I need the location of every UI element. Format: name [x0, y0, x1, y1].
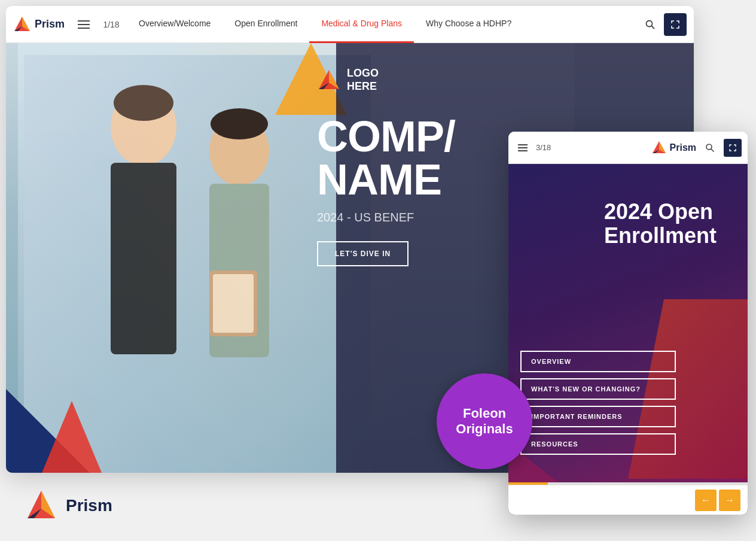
- open-enrollment-line2: Enrollment: [604, 223, 717, 248]
- main-prism-logo[interactable]: Prism: [13, 16, 65, 34]
- secondary-hamburger-button[interactable]: [514, 139, 531, 156]
- nav-bar: Overview/Welcome Open Enrollment Medical…: [127, 6, 634, 43]
- next-arrow-button[interactable]: →: [719, 490, 740, 511]
- page-counter: 1/18: [100, 20, 122, 29]
- search-icon: [645, 19, 656, 30]
- secondary-menu-buttons: OVERVIEW WHAT'S NEW OR CHANGING? IMPORTA…: [520, 351, 676, 455]
- lets-dive-in-button[interactable]: LET'S DIVE IN: [317, 241, 409, 266]
- logo-here-label: LOGO HERE: [347, 67, 379, 93]
- prev-arrow-button[interactable]: ←: [695, 490, 717, 511]
- next-arrow-icon: →: [725, 495, 734, 506]
- hamburger-menu-button[interactable]: [74, 15, 93, 34]
- bottom-logo: Prism: [24, 488, 112, 523]
- expand-button[interactable]: [664, 13, 687, 36]
- expand-icon: [671, 20, 679, 29]
- nav-overview[interactable]: Overview/Welcome: [127, 6, 222, 43]
- secondary-search-icon: [705, 143, 715, 153]
- secondary-browser-window: 3/18 Prism: [508, 132, 748, 515]
- nav-arrows-bar: ← →: [508, 485, 748, 515]
- secondary-logo-text: Prism: [670, 142, 696, 153]
- svg-point-8: [114, 85, 173, 121]
- bottom-prism-logo-icon: [24, 488, 59, 523]
- secondary-expand-button[interactable]: [724, 139, 742, 157]
- menu-button-whats-new[interactable]: WHAT'S NEW OR CHANGING?: [520, 378, 676, 400]
- secondary-search-button[interactable]: [701, 139, 719, 157]
- menu-button-reminders[interactable]: IMPORTANT REMINDERS: [520, 406, 676, 427]
- company-subtitle: 2024 - US BENEF: [317, 211, 455, 224]
- svg-rect-7: [111, 163, 176, 354]
- foleon-line2: Originals: [456, 421, 513, 436]
- nav-medical-drug-plans[interactable]: Medical & Drug Plans: [309, 6, 414, 43]
- main-logo-text: Prism: [35, 18, 65, 31]
- secondary-prism-logo[interactable]: Prism: [651, 140, 696, 156]
- logo-here-icon: [317, 68, 341, 92]
- open-enrollment-line1: 2024 Open: [604, 199, 713, 224]
- toolbar-right-actions: [639, 13, 687, 36]
- secondary-prism-logo-icon: [651, 140, 667, 156]
- secondary-expand-icon: [729, 144, 736, 151]
- secondary-page-counter: 3/18: [536, 143, 554, 152]
- secondary-content-area: 2024 Open Enrollment OVERVIEW WHAT'S NEW…: [508, 164, 748, 515]
- open-enrollment-heading: 2024 Open Enrollment: [604, 200, 736, 247]
- search-button[interactable]: [639, 13, 662, 36]
- menu-button-overview[interactable]: OVERVIEW: [520, 351, 676, 372]
- foleon-line1: Foleon: [463, 406, 506, 421]
- prev-arrow-icon: ←: [701, 495, 711, 506]
- nav-hdhp[interactable]: Why Choose a HDHP?: [414, 6, 523, 43]
- bottom-logo-text: Prism: [66, 496, 112, 515]
- nav-open-enrollment[interactable]: Open Enrollment: [222, 6, 309, 43]
- secondary-toolbar: 3/18 Prism: [508, 132, 748, 164]
- menu-button-resources[interactable]: RESOURCES: [520, 433, 676, 455]
- main-toolbar: Prism 1/18 Overview/Welcome Open Enrollm…: [6, 6, 694, 43]
- svg-point-20: [706, 144, 712, 150]
- logo-here-area: LOGO HERE: [317, 67, 379, 93]
- foleon-originals-badge: Foleon Originals: [437, 373, 532, 469]
- foleon-badge-text: Foleon Originals: [456, 406, 513, 437]
- svg-point-13: [211, 108, 268, 139]
- company-name-line1: COMP/: [317, 115, 455, 158]
- svg-line-21: [711, 149, 714, 152]
- svg-point-3: [647, 20, 653, 26]
- svg-rect-12: [213, 274, 254, 333]
- svg-line-4: [652, 26, 655, 29]
- prism-logo-icon: [13, 16, 31, 34]
- company-name-area: COMP/ NAME 2024 - US BENEF LET'S DIVE IN: [317, 115, 455, 266]
- company-name-line2: NAME: [317, 158, 455, 201]
